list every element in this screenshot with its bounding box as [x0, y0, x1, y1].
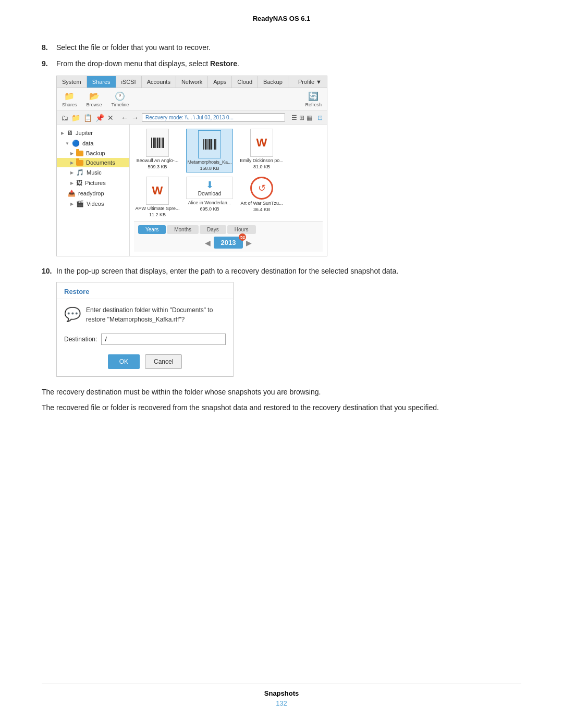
file-alice-name: Alice in Wonderlan...: [188, 200, 231, 205]
timeline-tab-months[interactable]: Months: [167, 225, 199, 234]
destination-input[interactable]: [101, 334, 226, 345]
sidebar-item-backup[interactable]: ▶ Backup: [57, 149, 129, 158]
topbar-iscsi[interactable]: iSCSI: [116, 76, 142, 88]
view-grid-icon[interactable]: ⊞: [299, 114, 304, 121]
timeline-year-box[interactable]: 2013 52: [214, 237, 243, 249]
shares-icon-group[interactable]: 📁 Shares: [62, 91, 77, 107]
restore-circle-button[interactable]: ↺: [250, 177, 273, 200]
nav-paste-icon[interactable]: 📌: [95, 114, 104, 122]
timeline-prev-arrow[interactable]: ◀: [205, 239, 211, 247]
topbar-network[interactable]: Network: [176, 76, 208, 88]
sidebar-item-documents[interactable]: ▶ Documents: [57, 158, 129, 167]
view-tiles-icon[interactable]: ▦: [307, 114, 312, 121]
timeline-icon: 🕐: [115, 91, 125, 101]
nav-delete-icon[interactable]: ✕: [107, 114, 114, 122]
triangle-music-icon: ▶: [70, 170, 74, 175]
file-icon-beowulf: [146, 129, 169, 157]
ok-button[interactable]: OK: [108, 354, 140, 369]
sidebar-item-music[interactable]: ▶ 🎵 Music: [57, 167, 129, 178]
nas-body: ▶ 🖥 Jupiter ▼ 🔵 data ▶ Backup: [57, 125, 327, 256]
file-alice-size: 695.0 KB: [200, 206, 219, 212]
file-item-emily[interactable]: W Emily Dickinson po... 81.0 KB: [238, 129, 285, 172]
nav-folder-icon[interactable]: 🗂: [61, 114, 68, 122]
file-item-apw[interactable]: W APW Ultimate Spre... 11.2 KB: [134, 177, 181, 217]
documents-folder-icon: [76, 160, 83, 166]
nas-toolbar: 🗂 📁 📋 📌 ✕ ← → Recovery mode: \\... \ Jul…: [57, 111, 327, 125]
pictures-folder-icon: 🖼: [76, 179, 82, 187]
barcode2-icon: [203, 139, 216, 150]
music-folder-icon: 🎵: [76, 169, 84, 176]
footer-page-number: 132: [42, 699, 521, 707]
nav-folder2-icon[interactable]: 📁: [71, 114, 80, 122]
restore-dialog-body: 💬 Enter destination folder within "Docum…: [57, 299, 233, 330]
view-list-icon[interactable]: ☰: [291, 114, 297, 121]
topbar-accounts[interactable]: Accounts: [142, 76, 176, 88]
browse-icon-group[interactable]: 📂 Browse: [87, 91, 102, 107]
file-grid-row2: W APW Ultimate Spre... 11.2 KB ⬇ Downloa…: [134, 177, 323, 217]
topbar-cloud[interactable]: Cloud: [232, 76, 258, 88]
topbar-backup[interactable]: Backup: [258, 76, 288, 88]
path-bar[interactable]: Recovery mode: \\... \ Jul 03, 2013 0...: [142, 113, 285, 122]
step-8: 8. Select the file or folder that you wa…: [42, 42, 521, 53]
videos-folder-icon: 🎬: [76, 200, 84, 207]
nav-forward-icon[interactable]: →: [131, 114, 139, 122]
file-item-beowulf[interactable]: Beowulf An Anglo-... 509.3 KB: [134, 129, 181, 172]
sidebar-documents-label: Documents: [86, 159, 115, 166]
sidebar-pictures-label: Pictures: [85, 180, 106, 186]
timeline-bar: Years Months Days Hours ◀ 2013 52 ▶: [134, 221, 323, 252]
timeline-label: Timeline: [112, 102, 129, 107]
cancel-button[interactable]: Cancel: [145, 354, 182, 369]
timeline-icon-group[interactable]: 🕐 Timeline: [112, 91, 129, 107]
triangle-backup-icon: ▶: [70, 151, 74, 156]
timeline-tab-days[interactable]: Days: [200, 225, 226, 234]
file-item-alice[interactable]: ⬇ Download Alice in Wonderlan... 695.0 K…: [186, 177, 233, 217]
restore-message-line2: restore "Metamorphosis_Kafka.rtf"?: [86, 315, 213, 324]
file-beowulf-size: 509.3 KB: [148, 164, 167, 169]
topbar-system[interactable]: System: [57, 76, 87, 88]
download-icon: ⬇: [206, 179, 214, 191]
sidebar-music-label: Music: [87, 169, 102, 176]
browse-label: Browse: [87, 102, 102, 107]
sidebar-item-data[interactable]: ▼ 🔵 data: [57, 138, 129, 149]
office-logo: W: [256, 136, 267, 150]
sidebar-readydrop-label: readydrop: [78, 190, 104, 196]
download-btn[interactable]: ⬇ Download: [186, 177, 233, 199]
file-emily-size: 81.0 KB: [253, 164, 270, 169]
triangle-data-icon: ▼: [65, 141, 69, 146]
paragraph-1: The recovery destination must be within …: [42, 386, 521, 398]
file-apw-name: APW Ultimate Spre...: [135, 206, 179, 211]
timeline-tabs: Years Months Days Hours: [138, 225, 319, 234]
sidebar-backup-label: Backup: [86, 150, 105, 156]
file-item-metamorphosis[interactable]: Metamorphosis_Ka... 158.8 KB: [186, 129, 233, 172]
destination-label: Destination:: [64, 336, 97, 343]
sidebar-item-readydrop[interactable]: 📤 readydrop: [57, 188, 129, 199]
file-metamorphosis-size: 158.8 KB: [200, 166, 219, 171]
restore-dialog-message: Enter destination folder within "Documen…: [86, 305, 213, 324]
sidebar-item-pictures[interactable]: ▶ 🖼 Pictures: [57, 178, 129, 188]
timeline-nav: ◀ 2013 52 ▶: [138, 237, 319, 249]
nas-sidebar: ▶ 🖥 Jupiter ▼ 🔵 data ▶ Backup: [57, 125, 130, 256]
file-emily-name: Emily Dickinson po...: [240, 158, 284, 163]
nav-back-icon[interactable]: ←: [121, 114, 128, 122]
file-item-artofwar[interactable]: ↺ Art of War SunTzu... 36.4 KB: [238, 177, 285, 217]
paragraph-2: The recovered file or folder is recovere…: [42, 402, 521, 413]
timeline-tab-hours[interactable]: Hours: [227, 225, 256, 234]
step-9: 9. From the drop-down menu that displays…: [42, 58, 521, 69]
timeline-next-arrow[interactable]: ▶: [246, 239, 252, 247]
refresh-icon-group[interactable]: 🔄 Refresh: [305, 91, 322, 107]
triangle-vid-icon: ▶: [70, 202, 74, 206]
sidebar-videos-label: Videos: [87, 201, 104, 207]
timeline-badge: 52: [239, 233, 246, 241]
step-10-text: In the pop-up screen that displays, ente…: [56, 266, 521, 277]
step-8-number: 8.: [42, 42, 56, 53]
topbar-profile[interactable]: Profile ▼: [293, 76, 327, 88]
nav-copy-icon[interactable]: 📋: [83, 114, 92, 122]
sidebar-item-jupiter[interactable]: ▶ 🖥 Jupiter: [57, 128, 129, 138]
topbar-shares[interactable]: Shares: [87, 76, 116, 88]
sidebar-item-videos[interactable]: ▶ 🎬 Videos: [57, 199, 129, 209]
backup-folder-icon: [76, 151, 83, 156]
topbar-apps[interactable]: Apps: [208, 76, 232, 88]
timeline-tab-years[interactable]: Years: [138, 225, 166, 234]
readydrop-icon: 📤: [68, 190, 76, 197]
step-9-bold: Restore: [210, 59, 237, 68]
